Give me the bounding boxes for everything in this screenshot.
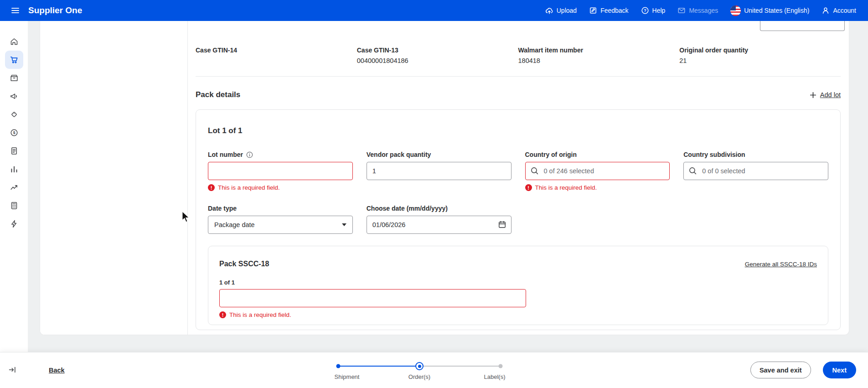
stepper-track	[338, 362, 501, 370]
vendor-pack-quantity-label-row: Vendor pack quantity	[367, 151, 512, 158]
pack-details-title: Pack details	[196, 90, 240, 99]
reports-bar-chart-icon	[10, 165, 19, 174]
hamburger-icon	[10, 6, 20, 15]
account-icon	[822, 6, 830, 15]
sidebar-item-orders[interactable]	[5, 51, 23, 69]
orders-cart-icon	[10, 55, 19, 64]
country-of-origin-label: Country of origin	[525, 151, 577, 158]
account-label: Account	[833, 7, 856, 14]
top-app-bar: Supplier One Upload Feedback ? Help Mess…	[0, 0, 868, 21]
lot-number-field: Lot number This is a required field.	[208, 151, 353, 191]
items-box-icon	[10, 73, 19, 83]
help-button[interactable]: ? Help	[641, 6, 666, 15]
date-type-select[interactable]: Package date	[208, 216, 353, 234]
hamburger-menu-button[interactable]	[7, 3, 23, 18]
country-of-origin-input-wrap	[525, 162, 670, 180]
lot-number-error-text: This is a required field.	[218, 184, 280, 191]
account-button[interactable]: Account	[822, 6, 856, 15]
empty-grid-cell	[683, 205, 828, 234]
summary-field: Walmart item number 180418	[518, 47, 680, 65]
sidebar-item-payments[interactable]: $	[5, 124, 23, 142]
save-and-exit-button[interactable]: Save and exit	[750, 362, 811, 378]
region-selector[interactable]: United States (English)	[730, 5, 809, 16]
stepper-segment-complete	[340, 366, 418, 367]
sidebar-item-insights[interactable]	[5, 178, 23, 197]
case-gtin13-value: 00400001804186	[357, 57, 518, 65]
walmart-item-number-value: 180418	[518, 57, 680, 65]
expand-sidebar-arrow-icon	[8, 365, 16, 374]
step-dot-shipment	[336, 364, 341, 368]
case-gtin14-label: Case GTIN-14	[196, 47, 357, 54]
lot-number-input[interactable]	[208, 162, 353, 180]
country-subdivision-input-wrap	[683, 162, 828, 180]
vendor-pack-quantity-input-wrap	[367, 162, 512, 180]
sidebar-item-reports[interactable]	[5, 160, 23, 178]
calculator-icon	[10, 201, 19, 210]
date-type-label-row: Date type	[208, 205, 353, 212]
sidebar-item-items[interactable]	[5, 69, 23, 87]
generate-sscc-link[interactable]: Generate all SSCC-18 IDs	[745, 261, 817, 268]
choose-date-input-wrap	[367, 216, 512, 234]
footer-buttons: Save and exit Next	[750, 362, 856, 378]
region-label: United States (English)	[744, 7, 809, 14]
lot-number-label-row: Lot number	[208, 151, 353, 158]
add-lot-button[interactable]: Add lot	[809, 91, 841, 99]
feedback-label: Feedback	[600, 7, 628, 14]
sidebar-item-home[interactable]	[5, 32, 23, 51]
order-list-subpanel	[40, 21, 187, 335]
sidebar-item-documents[interactable]	[5, 142, 23, 160]
sidebar-item-promotions[interactable]	[5, 105, 23, 124]
date-type-label: Date type	[208, 205, 237, 212]
back-link[interactable]: Back	[49, 367, 65, 374]
country-subdivision-input[interactable]	[683, 162, 828, 180]
add-lot-label: Add lot	[820, 91, 841, 98]
brand-title: Supplier One	[28, 5, 82, 16]
summary-field: Original order quantity 21	[679, 47, 841, 65]
upload-button[interactable]: Upload	[545, 6, 577, 15]
messages-label: Messages	[689, 7, 718, 14]
help-icon: ?	[641, 6, 649, 15]
sidebar-item-calculator[interactable]	[5, 197, 23, 215]
error-icon	[208, 184, 215, 191]
step-dot-orders	[415, 362, 424, 370]
help-label: Help	[652, 7, 666, 14]
home-icon	[10, 37, 19, 46]
expand-sidebar-button[interactable]	[8, 365, 16, 374]
info-icon[interactable]	[246, 151, 253, 158]
lot-fields-row-2: Date type Package date Choose date (mm/d…	[208, 205, 828, 234]
sidebar-item-quick-actions[interactable]	[5, 215, 23, 233]
country-of-origin-label-row: Country of origin	[525, 151, 670, 158]
walmart-item-number-label: Walmart item number	[518, 47, 680, 54]
marketing-megaphone-icon	[10, 92, 19, 101]
progress-stepper: Shipment Order(s) Label(s)	[338, 362, 501, 381]
payments-dollar-icon: $	[10, 128, 19, 137]
us-flag-icon	[730, 5, 741, 16]
main-panel: Case GTIN-14 Case GTIN-13 00400001804186…	[40, 21, 849, 335]
sscc-title: Pack SSCC-18	[219, 260, 269, 268]
next-button[interactable]: Next	[823, 362, 856, 378]
sscc-input-wrap	[219, 289, 526, 307]
case-gtin14-value	[196, 57, 357, 65]
date-type-selected-value: Package date	[214, 221, 255, 228]
feedback-button[interactable]: Feedback	[589, 6, 628, 15]
country-subdivision-label: Country subdivision	[683, 151, 745, 158]
documents-icon	[10, 146, 19, 155]
quick-actions-lightning-icon	[10, 219, 19, 228]
bottom-action-bar: Back Shipment Order(s) Label(s) Save and…	[0, 352, 868, 388]
pack-details-header: Pack details Add lot	[196, 90, 841, 99]
section-divider	[196, 76, 841, 77]
sscc-index-label: 1 of 1	[219, 279, 817, 286]
country-of-origin-input[interactable]	[525, 162, 670, 180]
vendor-pack-quantity-input[interactable]	[367, 162, 512, 180]
promotions-tag-icon	[10, 110, 19, 119]
sidebar-item-marketing[interactable]	[5, 87, 23, 105]
sscc-input[interactable]	[219, 289, 526, 307]
original-order-quantity-label: Original order quantity	[679, 47, 841, 54]
messages-button[interactable]: Messages	[677, 6, 718, 15]
choose-date-input[interactable]	[367, 216, 512, 234]
choose-date-label: Choose date (mm/dd/yyyy)	[367, 205, 448, 212]
country-of-origin-error: This is a required field.	[525, 184, 670, 191]
insights-trend-icon	[10, 183, 19, 192]
lot-number-error: This is a required field.	[208, 184, 353, 191]
lot-number-input-wrap	[208, 162, 353, 180]
